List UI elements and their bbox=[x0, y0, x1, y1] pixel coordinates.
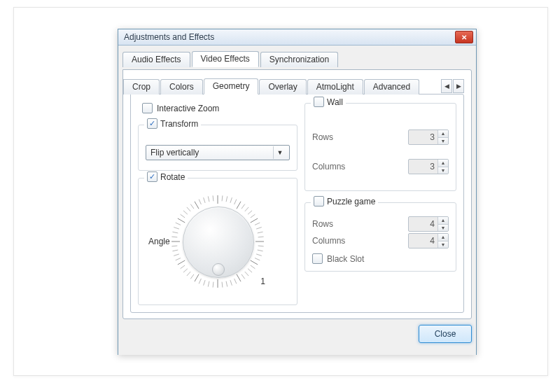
wall-cols-label: Columns bbox=[312, 162, 345, 172]
subtab-right-arrow[interactable]: ▶ bbox=[453, 79, 464, 93]
interactive-zoom-row: Interactive Zoom bbox=[142, 103, 298, 113]
subtab-geometry[interactable]: Geometry bbox=[204, 78, 259, 94]
window-body: Audio Effects Video Effects Synchronizat… bbox=[118, 46, 476, 355]
subtab-atmolight[interactable]: AtmoLight bbox=[307, 79, 363, 94]
svg-line-12 bbox=[256, 227, 262, 229]
subtab-label: Advanced bbox=[373, 82, 410, 92]
svg-line-21 bbox=[251, 265, 255, 269]
window-close-button[interactable]: ✕ bbox=[455, 31, 473, 43]
blackslot-checkbox[interactable] bbox=[312, 253, 323, 264]
dial-scale-mark: 1 bbox=[260, 276, 265, 286]
svg-line-14 bbox=[258, 237, 264, 237]
tab-audio-effects[interactable]: Audio Effects bbox=[122, 52, 190, 67]
svg-line-18 bbox=[256, 254, 262, 255]
subtab-label: Crop bbox=[132, 82, 150, 92]
svg-line-35 bbox=[195, 274, 199, 281]
dialog-window: Adjustments and Effects ✕ Audio Effects … bbox=[118, 29, 477, 355]
dial-knob bbox=[183, 206, 254, 278]
svg-line-54 bbox=[190, 204, 194, 209]
svg-line-48 bbox=[174, 227, 179, 229]
interactive-zoom-checkbox[interactable] bbox=[142, 103, 153, 113]
svg-line-5 bbox=[237, 202, 241, 209]
subtab-advanced[interactable]: Advanced bbox=[364, 79, 419, 94]
svg-line-37 bbox=[187, 272, 190, 276]
outer-frame: Adjustments and Effects ✕ Audio Effects … bbox=[13, 7, 548, 376]
angle-label: Angle bbox=[148, 237, 170, 246]
svg-line-52 bbox=[183, 211, 188, 214]
svg-line-1 bbox=[222, 195, 223, 201]
spinner-up[interactable]: ▲ bbox=[438, 217, 448, 225]
spinner-buttons: ▲ ▼ bbox=[438, 130, 448, 145]
wall-label: Wall bbox=[327, 97, 343, 107]
puzzle-cols-value: 4 bbox=[409, 236, 438, 246]
puzzle-group: Puzzle game Rows 4 ▲ ▼ bbox=[304, 202, 456, 272]
window-title: Adjustments and Effects bbox=[124, 32, 455, 42]
transform-select[interactable]: Flip vertically ▼ bbox=[146, 145, 290, 160]
svg-line-42 bbox=[174, 254, 179, 255]
puzzle-cols-spinner[interactable]: 4 ▲ ▼ bbox=[408, 233, 449, 248]
svg-line-40 bbox=[178, 260, 185, 265]
subtab-colors[interactable]: Colors bbox=[160, 79, 203, 94]
svg-line-2 bbox=[226, 196, 227, 202]
wall-cols-spinner[interactable]: 3 ▲ ▼ bbox=[408, 159, 449, 174]
svg-line-34 bbox=[199, 279, 201, 284]
puzzle-rows-label: Rows bbox=[312, 219, 333, 229]
svg-line-58 bbox=[208, 196, 209, 202]
tab-label: Video Effects bbox=[201, 54, 250, 64]
svg-line-22 bbox=[248, 269, 252, 272]
rotate-checkbox[interactable] bbox=[147, 172, 158, 182]
spinner-up[interactable]: ▲ bbox=[438, 234, 448, 241]
spinner-down[interactable]: ▼ bbox=[438, 167, 448, 174]
chevron-right-icon: ▶ bbox=[456, 83, 461, 90]
tab-video-effects[interactable]: Video Effects bbox=[192, 51, 259, 67]
wall-cols-value: 3 bbox=[409, 162, 438, 172]
close-button[interactable]: Close bbox=[419, 325, 472, 343]
spinner-buttons: ▲ ▼ bbox=[438, 234, 448, 248]
subtab-overlay[interactable]: Overlay bbox=[259, 79, 306, 94]
puzzle-legend: Puzzle game bbox=[311, 196, 378, 206]
spinner-buttons: ▲ ▼ bbox=[438, 217, 448, 232]
wall-rows-label: Rows bbox=[312, 132, 333, 142]
wall-group: Wall Rows 3 ▲ ▼ bbox=[304, 103, 456, 191]
puzzle-rows-spinner[interactable]: 4 ▲ ▼ bbox=[408, 216, 449, 232]
svg-line-26 bbox=[234, 279, 237, 284]
transform-legend: Transform bbox=[144, 118, 201, 129]
svg-line-39 bbox=[181, 265, 185, 269]
spinner-down[interactable]: ▼ bbox=[438, 225, 448, 232]
spinner-up[interactable]: ▲ bbox=[438, 130, 448, 138]
subtab-label: Colors bbox=[169, 82, 194, 92]
puzzle-label: Puzzle game bbox=[327, 197, 375, 206]
tab-synchronization[interactable]: Synchronization bbox=[260, 52, 338, 67]
svg-line-16 bbox=[258, 246, 264, 246]
svg-line-23 bbox=[245, 272, 248, 276]
spinner-down[interactable]: ▼ bbox=[438, 241, 448, 248]
svg-line-27 bbox=[230, 280, 232, 286]
svg-line-44 bbox=[172, 246, 177, 246]
svg-line-13 bbox=[258, 232, 263, 233]
puzzle-cols-label: Columns bbox=[312, 236, 345, 246]
subtab-crop[interactable]: Crop bbox=[123, 79, 160, 94]
transform-checkbox[interactable] bbox=[147, 118, 158, 129]
wall-cols-row: Columns 3 ▲ ▼ bbox=[312, 158, 449, 175]
svg-line-10 bbox=[251, 218, 258, 223]
button-bar: Close bbox=[122, 319, 472, 343]
svg-line-32 bbox=[208, 281, 209, 287]
svg-line-20 bbox=[251, 260, 258, 265]
angle-dial[interactable]: 1 bbox=[169, 192, 267, 290]
spinner-down[interactable]: ▼ bbox=[438, 138, 448, 145]
svg-line-24 bbox=[241, 274, 245, 279]
subtab-left-arrow[interactable]: ◀ bbox=[441, 79, 452, 93]
puzzle-checkbox[interactable] bbox=[314, 196, 324, 206]
wall-rows-spinner[interactable]: 3 ▲ ▼ bbox=[408, 130, 449, 145]
video-effects-panel: Crop Colors Geometry Overlay AtmoLight A… bbox=[122, 69, 472, 319]
transform-label: Transform bbox=[160, 119, 198, 129]
tab-label: Audio Effects bbox=[132, 55, 181, 64]
blackslot-label: Black Slot bbox=[327, 254, 364, 264]
svg-line-46 bbox=[172, 237, 177, 237]
svg-line-47 bbox=[172, 232, 178, 233]
wall-checkbox[interactable] bbox=[314, 97, 324, 107]
subtab-label: Geometry bbox=[213, 81, 250, 91]
svg-line-50 bbox=[178, 218, 185, 223]
svg-line-11 bbox=[255, 223, 260, 225]
spinner-up[interactable]: ▲ bbox=[438, 160, 448, 167]
